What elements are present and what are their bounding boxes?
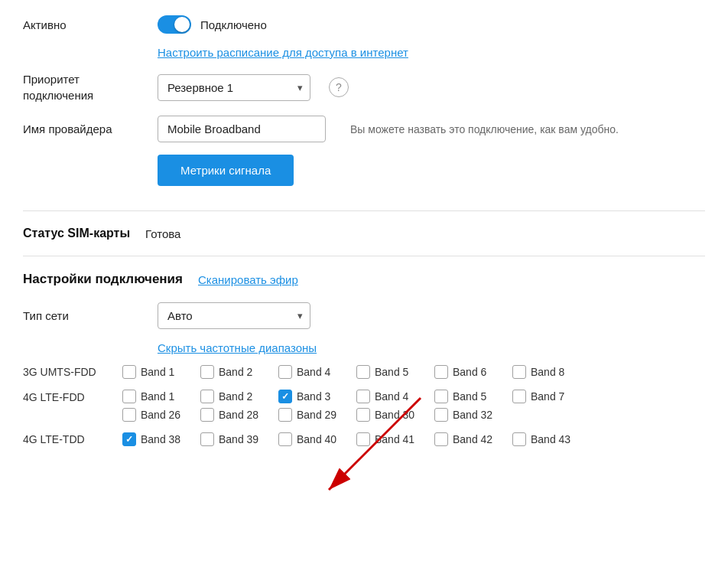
band-name: Band 7 — [531, 390, 564, 403]
band-item: Band 1 — [122, 390, 191, 403]
band-checkbox[interactable] — [356, 365, 370, 379]
band-item: Band 2 — [200, 390, 269, 403]
schedule-link[interactable]: Настроить расписание для доступа в интер… — [158, 46, 408, 59]
band-item: Band 5 — [356, 365, 425, 379]
band-name: Band 30 — [375, 409, 414, 421]
provider-label: Имя провайдера — [23, 121, 145, 137]
band-name: Band 2 — [219, 366, 252, 378]
lte-fdd-bands: Band 1Band 2Band 3Band 4Band 5Band 7 Ban… — [122, 390, 584, 422]
band-item: Band 40 — [278, 432, 347, 446]
band-name: Band 32 — [453, 409, 492, 421]
divider-1 — [23, 210, 705, 211]
band-checkbox[interactable] — [434, 365, 448, 379]
band-item: Band 32 — [434, 408, 503, 422]
band-checkbox[interactable] — [356, 408, 370, 422]
band-checkbox[interactable] — [122, 408, 136, 422]
scan-link[interactable]: Сканировать эфир — [198, 273, 298, 286]
band-checkbox[interactable] — [512, 432, 526, 446]
lte-tdd-row: 4G LTE-TDD Band 38Band 39Band 40Band 41B… — [23, 432, 705, 446]
lte-tdd-label: 4G LTE-TDD — [23, 433, 122, 445]
band-checkbox[interactable] — [278, 408, 292, 422]
band-checkbox[interactable] — [122, 365, 136, 379]
band-name: Band 4 — [297, 366, 330, 378]
umts-fdd-row: 3G UMTS-FDD Band 1Band 2Band 4Band 5Band… — [23, 365, 705, 379]
band-checkbox[interactable] — [200, 365, 214, 379]
band-name: Band 26 — [141, 409, 180, 421]
band-checkbox[interactable] — [434, 390, 448, 403]
band-item: Band 8 — [512, 365, 581, 379]
band-item: Band 3 — [278, 390, 347, 403]
band-name: Band 1 — [141, 366, 174, 378]
bands-section: 3G UMTS-FDD Band 1Band 2Band 4Band 5Band… — [23, 365, 705, 446]
band-checkbox[interactable] — [434, 432, 448, 446]
band-checkbox[interactable] — [200, 408, 214, 422]
lte-fdd-bands-row1: Band 1Band 2Band 3Band 4Band 5Band 7 — [122, 390, 584, 403]
band-checkbox[interactable] — [356, 390, 370, 403]
band-item: Band 42 — [434, 432, 503, 446]
band-name: Band 41 — [375, 433, 414, 445]
band-name: Band 8 — [531, 366, 564, 378]
band-item: Band 6 — [434, 365, 503, 379]
sim-status-label: Статус SIM-карты — [23, 227, 130, 240]
band-name: Band 42 — [453, 433, 492, 445]
provider-input[interactable] — [158, 116, 326, 142]
band-name: Band 4 — [375, 390, 408, 403]
band-item: Band 7 — [512, 390, 581, 403]
band-name: Band 5 — [375, 366, 408, 378]
band-item: Band 38 — [122, 432, 191, 446]
toggle-status: Подключено — [200, 18, 267, 31]
band-item: Band 43 — [512, 432, 581, 446]
band-checkbox[interactable] — [200, 432, 214, 446]
band-checkbox[interactable] — [512, 365, 526, 379]
signal-button[interactable]: Метрики сигнала — [158, 155, 294, 186]
umts-fdd-label: 3G UMTS-FDD — [23, 366, 122, 378]
band-name: Band 43 — [531, 433, 570, 445]
band-name: Band 1 — [141, 390, 174, 403]
divider-2 — [23, 256, 705, 256]
band-checkbox[interactable] — [356, 432, 370, 446]
band-name: Band 5 — [453, 390, 486, 403]
band-name: Band 40 — [297, 433, 336, 445]
priority-help-icon[interactable]: ? — [329, 77, 349, 97]
band-name: Band 39 — [219, 433, 258, 445]
band-item: Band 4 — [356, 390, 425, 403]
band-item: Band 28 — [200, 408, 269, 422]
band-checkbox[interactable] — [122, 390, 136, 403]
connection-settings-title: Настройки подключения — [23, 272, 183, 287]
network-type-label: Тип сети — [23, 308, 145, 324]
band-checkbox[interactable] — [278, 432, 292, 446]
band-item: Band 4 — [278, 365, 347, 379]
band-name: Band 6 — [453, 366, 486, 378]
lte-fdd-row: 4G LTE-FDD Band 1Band 2Band 3Band 4Band … — [23, 390, 705, 422]
lte-fdd-bands-row2: Band 26Band 28Band 29Band 30Band 32 — [122, 408, 584, 422]
band-name: Band 3 — [297, 390, 330, 403]
band-item: Band 41 — [356, 432, 425, 446]
band-item: Band 39 — [200, 432, 269, 446]
band-checkbox[interactable] — [434, 408, 448, 422]
hide-bands-link[interactable]: Скрыть частотные диапазоны — [158, 341, 317, 354]
priority-label: Приоритет подключения — [23, 71, 145, 103]
band-name: Band 38 — [141, 433, 180, 445]
band-name: Band 28 — [219, 409, 258, 421]
band-item: Band 29 — [278, 408, 347, 422]
active-label: Активно — [23, 17, 145, 33]
band-checkbox[interactable] — [122, 432, 136, 446]
band-item: Band 1 — [122, 365, 191, 379]
active-toggle[interactable] — [158, 15, 191, 34]
band-name: Band 29 — [297, 409, 336, 421]
band-checkbox[interactable] — [512, 390, 526, 403]
band-item: Band 5 — [434, 390, 503, 403]
lte-fdd-label: 4G LTE-FDD — [23, 390, 122, 403]
band-item: Band 2 — [200, 365, 269, 379]
provider-hint: Вы можете назвать это подключение, как в… — [350, 123, 619, 135]
priority-select[interactable]: Резервное 1 — [158, 74, 310, 101]
umts-bands-list: Band 1Band 2Band 4Band 5Band 6Band 8 — [122, 365, 584, 379]
lte-tdd-bands-list: Band 38Band 39Band 40Band 41Band 42Band … — [122, 432, 584, 446]
sim-status-value: Готова — [145, 227, 180, 240]
band-item: Band 30 — [356, 408, 425, 422]
band-checkbox[interactable] — [278, 365, 292, 379]
band-name: Band 2 — [219, 390, 252, 403]
band-checkbox[interactable] — [200, 390, 214, 403]
network-type-select[interactable]: Авто — [158, 302, 310, 329]
band-checkbox[interactable] — [278, 390, 292, 403]
